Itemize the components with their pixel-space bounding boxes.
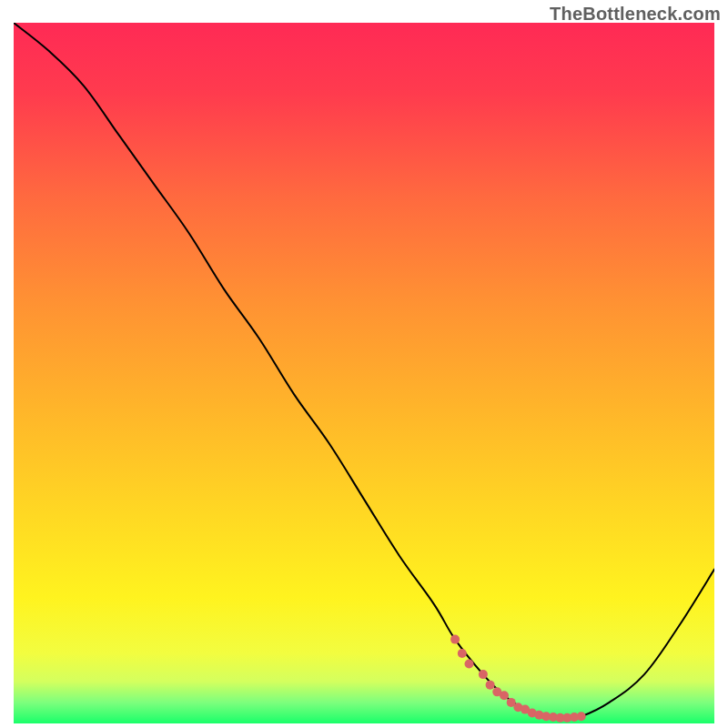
watermark-text: TheBottleneck.com: [550, 4, 721, 25]
bottleneck-curve-chart: [14, 23, 714, 723]
chart-container: TheBottleneck.com: [0, 0, 728, 728]
